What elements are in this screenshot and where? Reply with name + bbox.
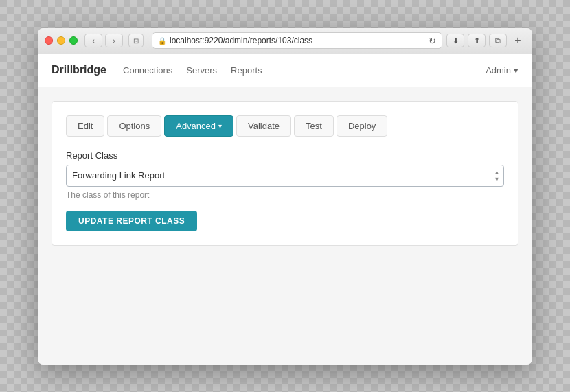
- refresh-button[interactable]: ↻: [429, 36, 436, 46]
- duplicate-button[interactable]: ⧉: [489, 34, 507, 47]
- app-navbar: Drillbridge Connections Servers Reports …: [38, 54, 532, 87]
- app-nav-links: Connections Servers Reports: [123, 65, 486, 76]
- back-button[interactable]: ‹: [84, 34, 102, 47]
- report-class-select-wrapper: Forwarding Link Report Standard Report C…: [66, 165, 504, 187]
- admin-caret-icon: ▾: [514, 65, 518, 76]
- main-content: Edit Options Advanced ▾ Validate Test De…: [38, 87, 532, 365]
- share-button[interactable]: ⬆: [468, 34, 486, 47]
- nav-buttons: ‹ ›: [84, 34, 123, 47]
- tab-validate[interactable]: Validate: [236, 115, 291, 137]
- report-class-help: The class of this report: [66, 190, 504, 200]
- tab-edit[interactable]: Edit: [66, 115, 104, 137]
- new-tab-button[interactable]: +: [510, 33, 525, 48]
- report-class-group: Report Class Forwarding Link Report Stan…: [66, 150, 504, 200]
- download-button[interactable]: ⬇: [446, 34, 464, 47]
- lock-icon: 🔒: [158, 37, 166, 45]
- nav-link-reports[interactable]: Reports: [231, 65, 262, 76]
- toolbar-right: ⬇ ⬆ ⧉ +: [446, 33, 525, 48]
- close-button[interactable]: [45, 36, 53, 45]
- admin-menu[interactable]: Admin ▾: [486, 65, 518, 76]
- tabs-bar: Edit Options Advanced ▾ Validate Test De…: [66, 115, 504, 137]
- app-content: Drillbridge Connections Servers Reports …: [38, 54, 532, 365]
- main-card: Edit Options Advanced ▾ Validate Test De…: [52, 101, 518, 246]
- admin-label: Admin: [486, 65, 511, 76]
- maximize-button[interactable]: [69, 36, 78, 45]
- forward-button[interactable]: ›: [105, 34, 123, 47]
- nav-link-connections[interactable]: Connections: [123, 65, 172, 76]
- traffic-lights: [45, 36, 78, 45]
- minimize-button[interactable]: [57, 36, 65, 45]
- report-class-label: Report Class: [66, 150, 504, 161]
- tab-options[interactable]: Options: [107, 115, 161, 137]
- tab-advanced[interactable]: Advanced ▾: [164, 115, 233, 137]
- app-brand: Drillbridge: [52, 64, 106, 76]
- tab-layout-button[interactable]: ⊡: [128, 34, 144, 47]
- report-class-select[interactable]: Forwarding Link Report Standard Report C…: [66, 165, 504, 187]
- tab-advanced-caret-icon: ▾: [218, 122, 222, 130]
- tab-test[interactable]: Test: [294, 115, 334, 137]
- update-report-class-button[interactable]: UPDATE REPORT CLASS: [66, 211, 197, 231]
- tab-deploy[interactable]: Deploy: [337, 115, 387, 137]
- address-bar[interactable]: 🔒 localhost:9220/admin/reports/103/class…: [152, 32, 442, 49]
- url-text: localhost:9220/admin/reports/103/class: [170, 36, 312, 45]
- browser-window: ‹ › ⊡ 🔒 localhost:9220/admin/reports/103…: [38, 28, 532, 365]
- tab-advanced-label: Advanced: [176, 121, 216, 131]
- title-bar: ‹ › ⊡ 🔒 localhost:9220/admin/reports/103…: [38, 28, 532, 54]
- nav-link-servers[interactable]: Servers: [186, 65, 217, 76]
